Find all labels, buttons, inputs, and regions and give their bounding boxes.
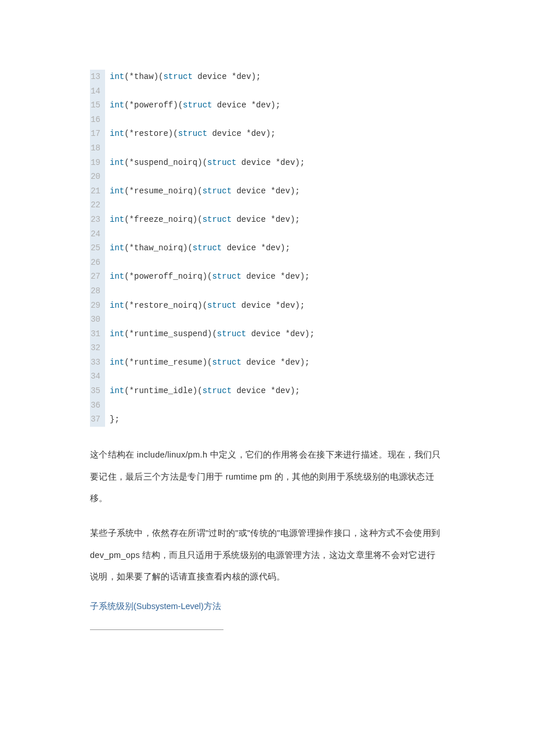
code-line: 31int(*runtime_suspend)(struct device *d… — [90, 327, 444, 341]
divider — [90, 629, 223, 630]
code-line: 21int(*resume_noirq)(struct device *dev)… — [90, 184, 444, 199]
line-number: 36 — [90, 398, 105, 413]
line-number: 20 — [90, 170, 105, 184]
code-content — [105, 170, 114, 184]
line-number: 24 — [90, 227, 105, 242]
code-block: 13int(*thaw)(struct device *dev);14 15in… — [90, 70, 444, 427]
code-line: 17int(*restore)(struct device *dev); — [90, 127, 444, 141]
line-number: 33 — [90, 355, 105, 370]
line-number: 28 — [90, 284, 105, 298]
code-content — [105, 141, 114, 156]
code-line: 26 — [90, 255, 444, 270]
code-content — [105, 341, 114, 355]
code-line: 16 — [90, 113, 444, 127]
line-number: 21 — [90, 184, 105, 199]
line-number: 26 — [90, 255, 105, 270]
code-content: int(*runtime_idle)(struct device *dev); — [105, 384, 300, 398]
line-number: 15 — [90, 98, 105, 113]
code-content: int(*restore)(struct device *dev); — [105, 127, 276, 141]
line-number: 34 — [90, 369, 105, 384]
code-line: 37}; — [90, 412, 444, 427]
line-number: 14 — [90, 84, 105, 99]
code-content — [105, 312, 114, 327]
code-content — [105, 198, 114, 213]
section-heading: 子系统级别(Subsystem-Level)方法 — [90, 601, 444, 612]
line-number: 16 — [90, 113, 105, 127]
code-line: 14 — [90, 84, 444, 99]
code-content: }; — [105, 412, 120, 427]
code-content: int(*freeze_noirq)(struct device *dev); — [105, 213, 300, 227]
code-content — [105, 113, 114, 127]
code-content: int(*thaw_noirq)(struct device *dev); — [105, 241, 290, 255]
code-line: 23int(*freeze_noirq)(struct device *dev)… — [90, 213, 444, 227]
code-line: 13int(*thaw)(struct device *dev); — [90, 70, 444, 84]
line-number: 22 — [90, 198, 105, 213]
code-line: 22 — [90, 198, 444, 213]
code-content: int(*thaw)(struct device *dev); — [105, 70, 261, 84]
code-content: int(*poweroff)(struct device *dev); — [105, 98, 280, 113]
code-line: 27int(*poweroff_noirq)(struct device *de… — [90, 269, 444, 284]
line-number: 23 — [90, 213, 105, 227]
code-line: 32 — [90, 341, 444, 355]
line-number: 29 — [90, 298, 105, 313]
line-number: 13 — [90, 70, 105, 84]
code-content: int(*runtime_suspend)(struct device *dev… — [105, 327, 315, 341]
line-number: 17 — [90, 127, 105, 141]
code-line: 15int(*poweroff)(struct device *dev); — [90, 98, 444, 113]
code-line: 24 — [90, 227, 444, 242]
code-line: 36 — [90, 398, 444, 413]
line-number: 25 — [90, 241, 105, 255]
line-number: 37 — [90, 412, 105, 427]
code-content: int(*resume_noirq)(struct device *dev); — [105, 184, 300, 199]
code-content — [105, 398, 114, 413]
line-number: 18 — [90, 141, 105, 156]
code-content — [105, 255, 114, 270]
line-number: 19 — [90, 156, 105, 170]
code-line: 34 — [90, 369, 444, 384]
code-line: 18 — [90, 141, 444, 156]
code-line: 33int(*runtime_resume)(struct device *de… — [90, 355, 444, 370]
line-number: 30 — [90, 312, 105, 327]
code-line: 20 — [90, 170, 444, 184]
code-line: 29int(*restore_noirq)(struct device *dev… — [90, 298, 444, 313]
code-line: 30 — [90, 312, 444, 327]
code-line: 28 — [90, 284, 444, 298]
code-line: 35int(*runtime_idle)(struct device *dev)… — [90, 384, 444, 398]
code-content — [105, 284, 114, 298]
line-number: 35 — [90, 384, 105, 398]
line-number: 27 — [90, 269, 105, 284]
code-content: int(*suspend_noirq)(struct device *dev); — [105, 156, 305, 170]
paragraph-1: 这个结构在 include/linux/pm.h 中定义，它们的作用将会在接下来… — [90, 444, 444, 510]
code-line: 19int(*suspend_noirq)(struct device *dev… — [90, 156, 444, 170]
code-content: int(*poweroff_noirq)(struct device *dev)… — [105, 269, 310, 284]
paragraph-2: 某些子系统中，依然存在所谓"过时的"或"传统的"电源管理操作接口，这种方式不会使… — [90, 523, 444, 588]
code-line: 25int(*thaw_noirq)(struct device *dev); — [90, 241, 444, 255]
code-content — [105, 227, 114, 242]
line-number: 32 — [90, 341, 105, 355]
line-number: 31 — [90, 327, 105, 341]
code-content: int(*restore_noirq)(struct device *dev); — [105, 298, 305, 313]
code-content: int(*runtime_resume)(struct device *dev)… — [105, 355, 310, 370]
code-content — [105, 84, 114, 99]
code-content — [105, 369, 114, 384]
